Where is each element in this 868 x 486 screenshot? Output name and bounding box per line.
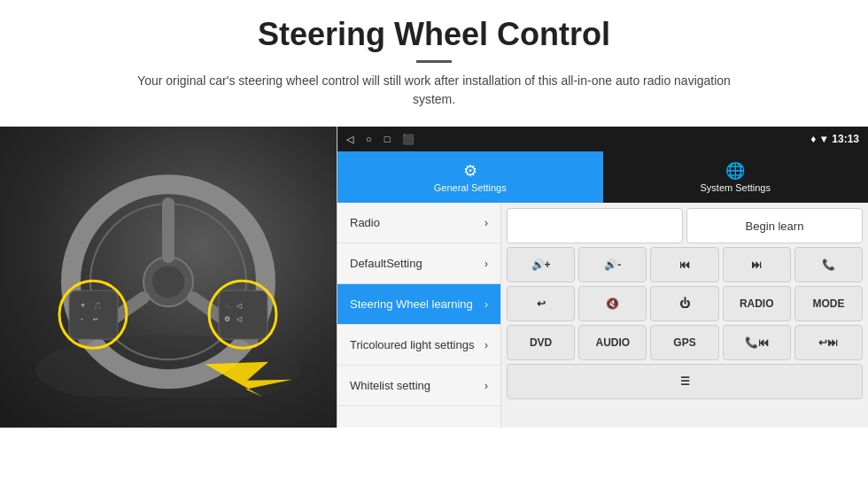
back-icon: ↩ <box>537 297 546 310</box>
mode-button[interactable]: MODE <box>794 286 863 321</box>
settings-tabs: ⚙ General Settings 🌐 System Settings <box>337 151 868 203</box>
dvd-button[interactable]: DVD <box>507 325 575 360</box>
chevron-right-icon-2: › <box>484 258 488 270</box>
time-display: 13:13 <box>832 133 859 145</box>
vol-up-icon: 🔊+ <box>531 258 551 271</box>
android-panel: ◁ ○ □ ⬛ ♦ ▾ 13:13 ⚙ General Settings <box>337 127 868 428</box>
menu-item-radio[interactable]: Radio › <box>337 203 500 243</box>
menu-item-steering-wheel[interactable]: Steering Wheel learning › <box>337 284 500 325</box>
panel-main: Radio › DefaultSetting › Steering Wheel … <box>337 203 868 428</box>
btn-row-1: 🔊+ 🔊- ⏮ ⏭ 📞 <box>507 247 863 282</box>
svg-text:◁: ◁ <box>236 302 243 310</box>
status-bar-info: ♦ ▾ 13:13 <box>810 133 859 145</box>
chevron-right-icon-5: › <box>484 380 488 392</box>
mute-button[interactable]: 🔇 <box>578 286 647 321</box>
status-bar-nav: ◁ ○ □ ⬛ <box>346 134 415 145</box>
page-container: Steering Wheel Control Your original car… <box>0 0 868 486</box>
menu-item-tricoloured[interactable]: Tricoloured light settings › <box>337 325 500 366</box>
steering-wheel-svg: + - 🎵 ↩ 📞 ◁ ⚙ ◁ <box>35 166 301 397</box>
content-section: + - 🎵 ↩ 📞 ◁ ⚙ ◁ <box>0 127 868 486</box>
call-prev-button[interactable]: 📞⏮ <box>723 325 791 360</box>
svg-text:+: + <box>81 301 85 310</box>
begin-learn-button[interactable]: Begin learn <box>686 208 863 243</box>
wifi-icon: ▾ <box>821 133 826 145</box>
gps-button[interactable]: GPS <box>650 325 718 360</box>
svg-rect-8 <box>69 290 118 339</box>
general-settings-icon: ⚙ <box>463 161 477 181</box>
general-settings-label: General Settings <box>434 182 507 193</box>
steering-wheel-image: + - 🎵 ↩ 📞 ◁ ⚙ ◁ <box>0 127 337 428</box>
audio-button[interactable]: AUDIO <box>578 325 647 360</box>
back-next-button[interactable]: ↩⏭ <box>794 325 863 360</box>
svg-text:📞: 📞 <box>224 301 233 310</box>
chevron-right-icon-3: › <box>484 298 488 311</box>
vol-up-button[interactable]: 🔊+ <box>507 247 575 282</box>
menu-list: Radio › DefaultSetting › Steering Wheel … <box>337 203 501 428</box>
svg-text:-: - <box>81 314 83 323</box>
sw-background: + - 🎵 ↩ 📞 ◁ ⚙ ◁ <box>0 127 337 428</box>
nav-home-icon[interactable]: ○ <box>366 134 372 144</box>
system-settings-label: System Settings <box>701 182 771 193</box>
nav-recent-icon[interactable]: □ <box>384 134 391 144</box>
menu-item-whitelist[interactable]: Whitelist setting › <box>337 366 500 406</box>
menu-item-whitelist-label: Whitelist setting <box>350 379 430 392</box>
menu-item-steering-label: Steering Wheel learning <box>350 297 473 311</box>
btn-row-4: ☰ <box>507 364 863 399</box>
menu-item-tricoloured-label: Tricoloured light settings <box>350 338 474 351</box>
svg-text:◁: ◁ <box>236 315 243 323</box>
menu-item-default-setting[interactable]: DefaultSetting › <box>337 243 500 284</box>
menu-item-radio-label: Radio <box>350 216 380 229</box>
subtitle-text: Your original car's steering wheel contr… <box>115 72 753 109</box>
svg-text:↩: ↩ <box>93 316 98 322</box>
location-icon: ♦ <box>810 133 816 145</box>
next-icon: ⏭ <box>751 258 762 271</box>
empty-field <box>507 208 683 243</box>
chevron-right-icon: › <box>484 217 488 229</box>
radio-button[interactable]: RADIO <box>723 286 791 321</box>
next-button[interactable]: ⏭ <box>723 247 791 282</box>
list-button[interactable]: ☰ <box>507 364 863 399</box>
system-settings-icon: 🌐 <box>725 161 745 181</box>
btn-row-3: DVD AUDIO GPS 📞⏮ ↩⏭ <box>507 325 863 360</box>
title-divider <box>416 60 452 63</box>
header-section: Steering Wheel Control Your original car… <box>0 0 868 118</box>
nav-extra-icon[interactable]: ⬛ <box>402 134 415 145</box>
audio-label: AUDIO <box>595 336 630 349</box>
svg-text:🎵: 🎵 <box>93 301 102 310</box>
svg-point-4 <box>152 266 184 297</box>
menu-item-default-label: DefaultSetting <box>350 257 422 270</box>
gps-label: GPS <box>673 336 695 349</box>
dvd-label: DVD <box>530 336 552 349</box>
mute-icon: 🔇 <box>606 297 619 310</box>
back-next-icon: ↩⏭ <box>818 336 838 349</box>
radio-label: RADIO <box>740 297 774 310</box>
btn-row-0: Begin learn <box>507 208 863 243</box>
nav-back-icon[interactable]: ◁ <box>346 134 353 145</box>
vol-down-button[interactable]: 🔊- <box>578 247 647 282</box>
back-button[interactable]: ↩ <box>507 286 575 321</box>
status-bar: ◁ ○ □ ⬛ ♦ ▾ 13:13 <box>337 127 868 151</box>
btn-row-2: ↩ 🔇 ⏻ RADIO MODE <box>507 286 863 321</box>
prev-button[interactable]: ⏮ <box>650 247 718 282</box>
svg-text:⚙: ⚙ <box>224 315 230 323</box>
power-icon: ⏻ <box>679 297 690 310</box>
chevron-right-icon-4: › <box>484 339 488 351</box>
list-icon: ☰ <box>680 375 690 388</box>
call-icon: 📞 <box>822 258 835 271</box>
tab-system-settings[interactable]: 🌐 System Settings <box>603 151 869 203</box>
tab-general-settings[interactable]: ⚙ General Settings <box>337 151 603 203</box>
prev-icon: ⏮ <box>679 258 690 271</box>
page-title: Steering Wheel Control <box>35 16 833 53</box>
call-prev-icon: 📞⏮ <box>745 336 769 349</box>
power-button[interactable]: ⏻ <box>650 286 718 321</box>
call-button[interactable]: 📞 <box>794 247 863 282</box>
vol-down-icon: 🔊- <box>604 258 621 271</box>
mode-label: MODE <box>812 297 844 310</box>
buttons-panel: Begin learn 🔊+ 🔊- ⏮ <box>501 203 868 428</box>
